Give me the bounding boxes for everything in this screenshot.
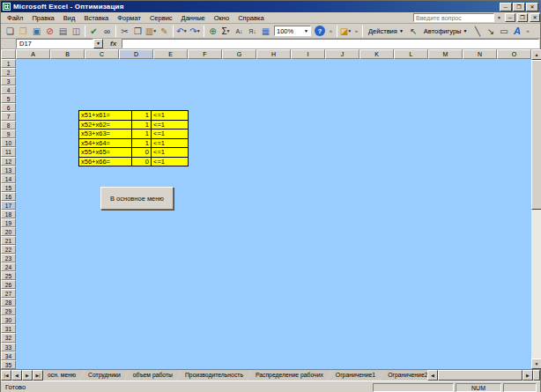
row-header-4[interactable]: 4 — [1, 85, 16, 94]
permission-icon[interactable]: ⊘ — [43, 25, 56, 38]
row-header-9[interactable]: 9 — [1, 129, 16, 138]
autoshapes-button[interactable]: Автофигуры▼ — [420, 25, 471, 38]
column-header-F[interactable]: F — [188, 49, 222, 59]
row-header-20[interactable]: 20 — [1, 227, 16, 236]
column-header-E[interactable]: E — [153, 49, 188, 59]
horizontal-scroll-track[interactable] — [438, 370, 522, 381]
sheet-tab-0[interactable]: осн. меню — [43, 370, 84, 381]
sheet-tab-4[interactable]: Распределение рабочих — [248, 370, 331, 381]
constraint-value[interactable]: 1 — [132, 111, 152, 121]
fill-color-icon[interactable]: ◪▼ — [339, 25, 352, 38]
scroll-down-icon[interactable]: ▼ — [531, 359, 541, 369]
row-header-21[interactable]: 21 — [1, 236, 16, 245]
row-header-29[interactable]: 29 — [1, 307, 16, 315]
toolbar-options-icon[interactable]: » — [327, 25, 335, 38]
sheet-tab-2[interactable]: объем работы — [125, 370, 181, 381]
help-icon[interactable]: ? — [315, 26, 325, 36]
prev-sheet-icon[interactable]: ◀ — [11, 370, 22, 381]
zoom-combobox[interactable]: 100%▼ — [274, 26, 311, 36]
close-button[interactable]: ✕ — [526, 3, 538, 11]
line-icon[interactable]: ╲ — [471, 25, 484, 38]
row-header-33[interactable]: 33 — [1, 343, 16, 351]
format-painter-icon[interactable]: ✎ — [158, 25, 171, 38]
row-header-6[interactable]: 6 — [1, 103, 16, 112]
vertical-scrollbar[interactable]: ▲ ▼ — [531, 49, 541, 369]
draw-menu-button[interactable]: Действия▼ — [365, 25, 407, 38]
spelling-icon[interactable]: ✔ — [87, 25, 100, 38]
row-header-35[interactable]: 35 — [1, 360, 16, 369]
cut-icon[interactable]: ✂ — [118, 25, 131, 38]
constraint-value[interactable]: 0 — [132, 148, 152, 158]
chart-wizard-icon[interactable]: ▦ — [259, 25, 272, 38]
column-header-C[interactable]: C — [85, 49, 119, 59]
row-header-7[interactable]: 7 — [1, 112, 16, 121]
row-header-11[interactable]: 11 — [1, 147, 16, 156]
row-header-1[interactable]: 1 — [1, 59, 16, 68]
main-menu-button[interactable]: В основное меню — [100, 187, 174, 210]
column-header-G[interactable]: G — [222, 49, 256, 59]
column-header-H[interactable]: H — [256, 49, 291, 59]
sheet-tab-3[interactable]: Производительность — [177, 370, 251, 381]
paste-icon[interactable]: ▥▼ — [145, 25, 158, 38]
toolbar-options-icon[interactable]: » — [523, 25, 531, 38]
workbook-restore-button[interactable]: ❐ — [517, 13, 528, 22]
constraint-value[interactable]: 1 — [132, 120, 152, 129]
wordart-icon[interactable]: А — [510, 25, 523, 38]
row-header-34[interactable]: 34 — [1, 351, 16, 360]
constraint-value[interactable]: 1 — [132, 129, 152, 139]
select-objects-icon[interactable]: ↖ — [407, 25, 420, 38]
row-header-15[interactable]: 15 — [1, 183, 16, 192]
vertical-scroll-thumb[interactable] — [531, 60, 541, 210]
insert-function-button[interactable]: fx — [110, 40, 116, 48]
next-sheet-icon[interactable]: ▶ — [22, 370, 33, 381]
column-header-B[interactable]: B — [50, 49, 85, 59]
formula-input[interactable] — [122, 39, 539, 48]
row-header-25[interactable]: 25 — [1, 271, 16, 280]
row-header-17[interactable]: 17 — [1, 201, 16, 210]
hscroll-left-icon[interactable]: ◀ — [427, 370, 438, 381]
menu-item-1[interactable]: Правка — [27, 13, 58, 23]
question-dropdown-icon[interactable]: ▼ — [495, 15, 503, 20]
row-header-12[interactable]: 12 — [1, 157, 16, 166]
row-header-5[interactable]: 5 — [1, 94, 16, 103]
name-box[interactable]: D17 — [16, 39, 93, 48]
print-preview-icon[interactable]: ◫ — [70, 25, 83, 38]
row-header-3[interactable]: 3 — [1, 77, 16, 85]
row-header-8[interactable]: 8 — [1, 121, 16, 129]
arrow-icon[interactable]: ↘ — [484, 25, 497, 38]
column-header-K[interactable]: K — [359, 49, 394, 59]
sort-ascending-icon[interactable]: А↓ — [233, 25, 246, 38]
toolbar-options-icon[interactable]: » — [352, 25, 360, 38]
column-header-N[interactable]: N — [463, 49, 497, 59]
column-header-M[interactable]: M — [428, 49, 463, 59]
column-header-O[interactable]: O — [497, 49, 531, 59]
print-icon[interactable]: ▤ — [56, 25, 70, 38]
menu-item-3[interactable]: Вставка — [79, 13, 113, 23]
row-header-13[interactable]: 13 — [1, 166, 16, 174]
column-header-L[interactable]: L — [394, 49, 428, 59]
row-header-24[interactable]: 24 — [1, 263, 16, 271]
column-header-D[interactable]: D — [119, 49, 153, 59]
sheet-tab-5[interactable]: Ограничение1 — [328, 370, 383, 381]
minimize-button[interactable]: ─ — [500, 3, 512, 11]
copy-icon[interactable]: ❐ — [131, 25, 145, 38]
constraint-value[interactable]: 1 — [132, 138, 152, 148]
row-header-10[interactable]: 10 — [1, 138, 16, 147]
workbook-close-button[interactable]: ✕ — [530, 13, 540, 22]
question-input[interactable] — [413, 13, 494, 22]
scroll-up-icon[interactable]: ▲ — [531, 49, 541, 60]
redo-icon[interactable]: ↷▼ — [189, 25, 202, 38]
column-header-A[interactable]: A — [16, 49, 50, 59]
row-header-2[interactable]: 2 — [1, 68, 16, 77]
row-header-19[interactable]: 19 — [1, 218, 16, 227]
row-header-14[interactable]: 14 — [1, 174, 16, 183]
workbook-minimize-button[interactable]: ─ — [505, 13, 515, 22]
constraint-value[interactable]: 0 — [132, 157, 152, 166]
menu-item-4[interactable]: Формат — [113, 13, 145, 23]
row-header-22[interactable]: 22 — [1, 245, 16, 254]
tab-split-handle[interactable] — [533, 370, 540, 381]
sheet-tab-6[interactable]: Ограничение2 — [380, 370, 427, 381]
research-icon[interactable]: ∞ — [100, 25, 114, 38]
menu-item-7[interactable]: Окно — [210, 13, 233, 23]
row-header-26[interactable]: 26 — [1, 280, 16, 289]
